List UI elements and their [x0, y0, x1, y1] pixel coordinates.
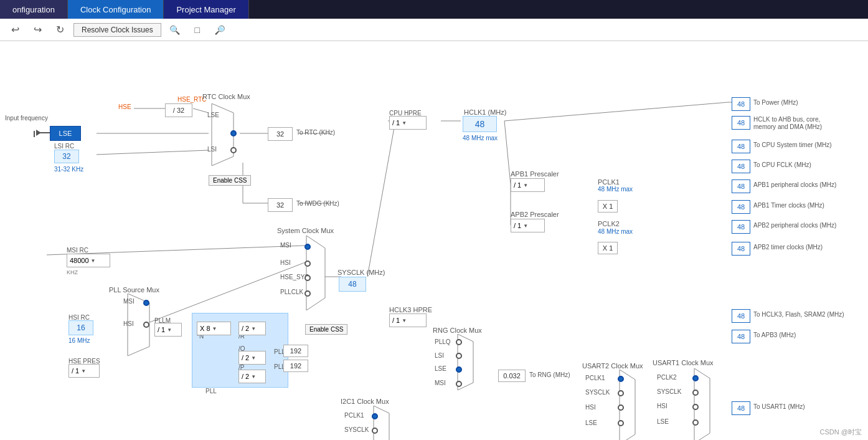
- rng-msi-label: MSI: [435, 380, 446, 386]
- to-cpu-fclk-label: To CPU FCLK (MHz): [753, 161, 811, 168]
- lsi-mux-dot[interactable]: [230, 147, 237, 153]
- sys-hse-dot[interactable]: [304, 275, 311, 281]
- sys-mux-title: System Clock Mux: [277, 227, 334, 234]
- sysclk-val-box[interactable]: 48: [339, 277, 366, 292]
- pclk1-title: PCLK1: [598, 178, 620, 186]
- x1-box1: X 1: [598, 200, 618, 213]
- apb1-timer-label: APB1 Timer clocks (MHz): [753, 202, 824, 209]
- hsi-value-box[interactable]: 16: [68, 320, 93, 335]
- lse-mux-selected-dot[interactable]: [230, 130, 237, 136]
- to-power-label: To Power (MHz): [753, 99, 798, 106]
- usart2-pclk1-label: PCLK1: [585, 375, 605, 381]
- svg-line-18: [504, 102, 729, 121]
- pllq-dropdown[interactable]: / 2: [238, 351, 266, 365]
- lse-block[interactable]: LSE: [50, 126, 81, 141]
- apb2-label: APB2 Prescaler: [511, 211, 559, 218]
- usart2-lse-dot[interactable]: [618, 420, 624, 426]
- iwdg-output-val: 32: [268, 198, 293, 212]
- to-rtc-label: To RTC (KHz): [296, 129, 335, 136]
- sys-msi-label: MSI: [280, 242, 291, 249]
- redo-button[interactable]: ↪: [29, 21, 46, 39]
- to-ahb-label: HCLK to AHB bus, core,: [753, 116, 866, 123]
- pllq-val-box: 192: [283, 345, 308, 357]
- rtc-output-val: 32: [268, 127, 293, 141]
- i2c1-pclk1-dot[interactable]: [372, 413, 378, 419]
- msi-rc-dropdown[interactable]: 48000: [67, 254, 110, 267]
- apb1-label: APB1 Prescaler: [511, 170, 559, 178]
- watermark: CSDN @时宝: [820, 428, 862, 437]
- enable-css-rtc-btn[interactable]: Enable CSS: [209, 175, 251, 186]
- sys-hsi-dot[interactable]: [304, 261, 311, 267]
- rng-lse-dot[interactable]: [456, 366, 462, 373]
- pllp-dropdown[interactable]: / 2: [238, 370, 266, 383]
- zoom-in-button[interactable]: 🔍: [166, 21, 184, 39]
- apb2-dropdown[interactable]: / 1: [511, 219, 545, 232]
- to-cpu-timer-val: 48: [732, 140, 750, 153]
- zoom-out-button[interactable]: 🔍: [211, 21, 229, 39]
- usart2-hsi-dot[interactable]: [618, 404, 624, 411]
- clock-diagram-canvas: Input frequency LSE LSI RC 32 31-32 KHz …: [0, 41, 868, 440]
- apb1-periph-label: APB1 peripheral clocks (MHz): [753, 181, 836, 188]
- cpu-hpre-dropdown[interactable]: / 1: [389, 116, 427, 130]
- i2c1-pclk1-label: PCLK1: [344, 412, 364, 419]
- pllm-dropdown[interactable]: / 1: [154, 323, 182, 337]
- zoom-fit-button[interactable]: □: [189, 21, 206, 39]
- hse-pres-dropdown[interactable]: / 1: [68, 364, 100, 378]
- tab-project-manager[interactable]: Project Manager: [164, 0, 248, 19]
- svg-line-15: [367, 121, 395, 277]
- usart2-sysclk-dot[interactable]: [618, 390, 624, 396]
- usart2-sysclk-label: SYSCLK: [585, 389, 610, 396]
- apb3-label: To APB3 (MHz): [753, 332, 796, 338]
- lse-feedback: [34, 131, 35, 137]
- refresh-button[interactable]: ↻: [51, 21, 68, 39]
- toolbar: ↩ ↪ ↻ Resolve Clock Issues 🔍 □ 🔍: [0, 19, 868, 41]
- rtc-lse-label: LSE: [207, 112, 219, 118]
- hclk3-dropdown[interactable]: / 1: [389, 313, 427, 327]
- to-rng-label: To RNG (MHz): [529, 371, 570, 378]
- i2c1-mux-title: I2C1 Clock Mux: [341, 398, 389, 405]
- pll-hsi-dot[interactable]: [143, 322, 149, 328]
- resolve-clock-button[interactable]: Resolve Clock Issues: [73, 23, 161, 37]
- pll-msi-dot[interactable]: [143, 300, 149, 306]
- rng-pllq-dot[interactable]: [456, 339, 462, 345]
- sysclk-label: SYSCLK (MHz): [337, 269, 385, 276]
- usart1-mux-title: USART1 Clock Mux: [653, 359, 714, 366]
- usart1-pclk2-dot[interactable]: [692, 375, 699, 381]
- n-dropdown[interactable]: X 8: [197, 322, 231, 335]
- tab-clock-config[interactable]: Clock Configuration: [68, 0, 164, 19]
- usart1-hsi-dot[interactable]: [692, 404, 699, 410]
- tab-configuration[interactable]: onfiguration: [0, 0, 68, 19]
- pllp-val-box: 192: [283, 360, 308, 372]
- i2c1-sysclk-dot[interactable]: [372, 428, 378, 434]
- usart1-lse-dot[interactable]: [692, 419, 699, 426]
- sys-pll-label: PLLCLK: [280, 289, 303, 295]
- pllr-dropdown[interactable]: / 2: [238, 322, 266, 335]
- pclk2-max-label: 48 MHz max: [598, 228, 633, 235]
- rng-lsi-label: LSI: [435, 352, 444, 359]
- rtc-lsi-label: LSI: [207, 146, 217, 153]
- rng-mux-title: RNG Clock Mux: [433, 327, 482, 334]
- to-ahb-val: 48: [732, 116, 750, 130]
- x1-box2: X 1: [598, 242, 618, 254]
- rng-lsi-dot[interactable]: [456, 353, 462, 359]
- enable-css-pll-btn[interactable]: Enable CSS: [305, 324, 347, 335]
- sys-pll-dot[interactable]: [304, 290, 311, 297]
- usart1-lse-label: LSE: [657, 418, 669, 425]
- hclk3-val: 48: [732, 309, 750, 323]
- apb1-dropdown[interactable]: / 1: [511, 178, 545, 192]
- lsi-value-box[interactable]: 32: [54, 150, 79, 163]
- usart2-pclk1-dot[interactable]: [618, 376, 624, 382]
- sys-msi-dot[interactable]: [304, 244, 311, 250]
- apb2-periph-val: 48: [732, 220, 750, 234]
- to-cpu-fclk-val: 48: [732, 160, 750, 173]
- pclk1-max-label: 48 MHz max: [598, 186, 633, 193]
- rng-pllq-label: PLLQ: [435, 338, 451, 345]
- undo-button[interactable]: ↩: [6, 21, 24, 39]
- usart1-sysclk-dot[interactable]: [692, 390, 699, 396]
- usart1-val: 48: [732, 401, 750, 415]
- i2c1-sysclk-label: SYSCLK: [344, 426, 369, 433]
- hclk1-val-box[interactable]: 48: [463, 116, 497, 132]
- hclk1-max-label: 48 MHz max: [463, 135, 498, 141]
- usart1-pclk2-label: PCLK2: [657, 374, 677, 381]
- rng-msi-dot[interactable]: [456, 381, 462, 387]
